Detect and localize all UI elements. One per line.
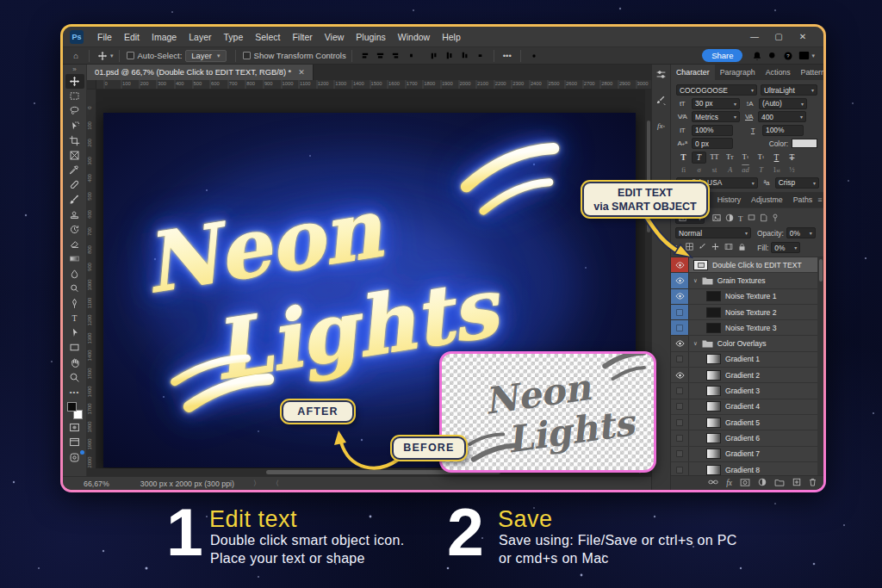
horizontal-scale-field[interactable]: 100% (762, 125, 804, 136)
smart-object-thumbnail[interactable] (693, 260, 708, 270)
help-icon[interactable]: ? (780, 49, 796, 63)
layer-thumbnail[interactable] (706, 433, 721, 443)
menu-layer[interactable]: Layer (183, 32, 217, 42)
lock-position-icon[interactable] (711, 243, 719, 252)
layer-row[interactable]: Gradient 1 (671, 352, 823, 368)
ot-style-alt[interactable]: st (707, 165, 722, 174)
lock-artboard-icon[interactable] (724, 243, 733, 252)
pen-tool[interactable] (65, 296, 84, 311)
menu-type[interactable]: Type (217, 32, 249, 42)
delete-layer-icon[interactable] (809, 478, 817, 488)
share-button[interactable]: Share (702, 49, 742, 62)
faux-bold-button[interactable]: T (676, 152, 691, 164)
layer-row[interactable]: Noise Texture 1 (671, 289, 823, 305)
tab-character[interactable]: Character (671, 65, 715, 80)
layer-visibility-toggle-empty[interactable] (671, 399, 689, 414)
layer-visibility-toggle-empty[interactable] (671, 320, 689, 335)
layer-row[interactable]: Gradient 4 (671, 399, 823, 415)
healing-brush-tool[interactable] (65, 177, 84, 192)
ot-ligatures[interactable]: fi (676, 165, 691, 174)
marquee-tool[interactable] (65, 89, 84, 103)
ot-ordinals[interactable]: T (754, 165, 768, 174)
lasso-tool[interactable] (65, 103, 84, 118)
layer-row[interactable]: Gradient 5 (671, 415, 823, 430)
tab-actions[interactable]: Actions (761, 65, 796, 80)
layer-thumbnail[interactable] (706, 418, 721, 428)
filter-pin-icon[interactable] (772, 214, 779, 224)
object-selection-tool[interactable] (65, 119, 84, 133)
menu-edit[interactable]: Edit (118, 32, 146, 42)
more-options-icon[interactable]: ••• (500, 49, 515, 63)
lock-pixels-icon[interactable] (699, 243, 706, 252)
lock-all-icon[interactable] (738, 243, 746, 253)
filter-adjustment-icon[interactable] (725, 214, 734, 224)
layer-row[interactable]: Gradient 2 (671, 368, 823, 383)
layer-row[interactable]: Gradient 3 (671, 383, 823, 399)
layer-visibility-toggle-empty[interactable] (671, 352, 689, 367)
show-transform-checkbox[interactable] (243, 52, 251, 59)
document-tab[interactable]: 01.psd @ 66,7% (Double Click to EDIT TEX… (87, 65, 314, 80)
blend-mode-dropdown[interactable]: Normal▾ (675, 227, 751, 238)
layer-visibility-toggle-empty[interactable] (671, 447, 689, 461)
move-tool-icon[interactable] (95, 49, 110, 63)
capture-icon[interactable] (65, 450, 84, 465)
menu-plugins[interactable]: Plugins (350, 32, 391, 42)
layer-row[interactable]: Gradient 7 (671, 447, 823, 462)
history-brush-tool[interactable] (65, 222, 84, 237)
layer-thumbnail[interactable] (706, 354, 721, 364)
close-button[interactable]: ✕ (791, 32, 815, 41)
status-next-arrow[interactable]: 〉 (253, 479, 260, 488)
layers-scrollbar[interactable] (817, 257, 823, 475)
minimize-button[interactable]: — (742, 32, 767, 41)
workspace-gear-icon[interactable] (526, 49, 542, 63)
kerning-dropdown[interactable]: Metrics▾ (692, 111, 740, 122)
type-tool[interactable]: T (65, 311, 84, 325)
layer-style-icon[interactable]: fx (726, 479, 732, 487)
opacity-field[interactable]: 0%▾ (786, 227, 816, 238)
blur-tool[interactable] (65, 266, 84, 281)
menu-filter[interactable]: Filter (286, 32, 318, 42)
hand-tool[interactable] (65, 356, 84, 370)
foreground-background-colors[interactable] (66, 401, 84, 420)
brush-tool[interactable] (65, 193, 84, 207)
layer-row[interactable]: Noise Texture 3 (671, 320, 823, 336)
clone-stamp-tool[interactable] (65, 207, 84, 222)
layer-row[interactable]: Double Click to EDIT TEXT (671, 257, 823, 273)
dodge-tool[interactable] (65, 282, 84, 296)
layers-panel-menu-icon[interactable]: ≡ (817, 192, 822, 207)
filter-type-icon[interactable]: T (738, 214, 743, 223)
layer-visibility-toggle-empty[interactable] (671, 462, 689, 475)
auto-select-target-dropdown[interactable]: Layer▾ (185, 50, 226, 62)
tab-patterns[interactable]: Patterns (796, 65, 823, 80)
superscript-button[interactable]: T1 (738, 152, 753, 164)
layer-thumbnail[interactable] (706, 323, 721, 333)
workspace-switcher-icon[interactable] (796, 49, 811, 63)
sliders-icon[interactable] (655, 68, 667, 84)
layer-visibility-toggle-empty[interactable] (671, 415, 689, 430)
filter-shape-icon[interactable] (748, 214, 755, 223)
align-bottom-icon[interactable] (457, 49, 473, 63)
filter-pixel-icon[interactable] (712, 214, 721, 224)
vertical-scale-field[interactable]: 100% (692, 125, 733, 136)
font-family-dropdown[interactable]: COCOGOOSE▾ (676, 84, 757, 96)
ot-titling[interactable]: A (723, 165, 737, 174)
search-icon[interactable] (765, 49, 780, 63)
auto-select-checkbox[interactable] (127, 52, 134, 59)
layer-visibility-toggle-empty[interactable] (671, 430, 689, 445)
strikethrough-button[interactable]: T (785, 152, 799, 164)
new-layer-icon[interactable] (792, 478, 801, 488)
screen-mode-icon[interactable] (65, 435, 84, 449)
crop-tool[interactable] (65, 133, 84, 148)
small-caps-button[interactable]: TT (723, 152, 737, 164)
ot-fractions[interactable]: ½ (785, 165, 799, 174)
photoshop-logo[interactable]: Ps (70, 30, 84, 44)
layer-row[interactable]: Noise Texture 2 (671, 305, 823, 320)
align-top-icon[interactable] (426, 49, 442, 63)
workspace-caret[interactable]: ▾ (811, 53, 815, 59)
font-size-dropdown[interactable]: 30 px▾ (692, 98, 740, 109)
ot-contextual[interactable]: ad (738, 165, 753, 174)
tab-paragraph[interactable]: Paragraph (715, 65, 761, 80)
zoom-tool[interactable] (65, 370, 84, 385)
layer-row[interactable]: ∨Grain Textures (671, 273, 823, 288)
filter-smart-icon[interactable] (760, 214, 767, 224)
